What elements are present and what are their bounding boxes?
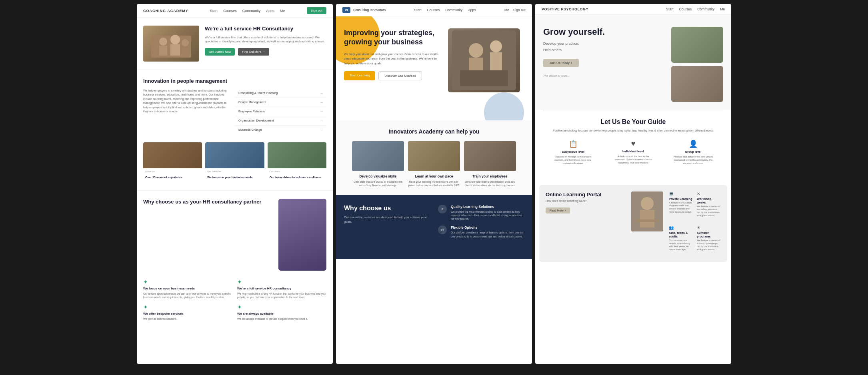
help-card-pace-image xyxy=(408,141,460,171)
logo-icon: CI xyxy=(342,7,350,13)
logo-consulting: CI Consulting Innovators xyxy=(342,7,386,13)
portal-options: 💻 Private Learning A complete education … xyxy=(669,191,721,255)
p3-nav-start[interactable]: Start xyxy=(666,7,674,11)
nav-actions-panel2: Me Sign out xyxy=(504,8,526,12)
p2-hero-buttons: Start Learning Discover Our Courses xyxy=(344,71,440,80)
portal-read-more-button[interactable]: Read More > xyxy=(546,207,570,213)
get-started-button[interactable]: Get Started Now xyxy=(205,48,235,56)
option-workshop: ✕ Workshop weeks We feature a series of … xyxy=(697,191,721,217)
option-kids-title: Kids, teens & adults xyxy=(669,231,693,238)
p2-nav-start[interactable]: Start xyxy=(414,8,422,12)
p2-why-header: Why choose us Our consulting services ar… xyxy=(344,205,524,243)
why-item-quality-text: Quality Learning Solutions We provide th… xyxy=(451,205,524,221)
p2-why-section: Why choose us Our consulting services ar… xyxy=(336,195,532,259)
nav-community[interactable]: Community xyxy=(242,9,261,13)
help-card-train-title: Train your employees xyxy=(464,174,516,178)
why-item-flexible-number: 22 xyxy=(438,225,447,234)
card-about[interactable]: About us Over 15 years of experience xyxy=(143,142,202,182)
why-item-quality-desc: We provide the most relevant and up-to-d… xyxy=(451,210,524,221)
svg-rect-16 xyxy=(635,219,659,222)
why-title: Why choose us as your HR consultancy par… xyxy=(143,199,273,205)
hero-image-1 xyxy=(671,27,723,63)
card-team-label: Our Team xyxy=(270,170,324,173)
service-item-people[interactable]: People Management → xyxy=(235,98,326,107)
innovation-section: Innovation in people management We help … xyxy=(137,70,333,142)
help-card-skills-image xyxy=(352,141,404,171)
reason-focus-icon: ✦ xyxy=(143,279,232,285)
nav-links-panel3: Start Courses Community Me xyxy=(666,7,725,11)
nav-start[interactable]: Start xyxy=(210,9,218,13)
hero-content: We're a full service HR Consultancy We'r… xyxy=(205,26,326,56)
logo-text: Consulting Innovators xyxy=(353,8,386,12)
reasons-grid: ✦ We focus on your business needs Our un… xyxy=(137,279,333,329)
option-private-desc: A complete education program starts with… xyxy=(669,201,693,214)
why-image xyxy=(278,199,326,271)
p3-guide-desc: Positive psychology focuses on how to he… xyxy=(543,129,723,133)
svg-point-1 xyxy=(159,38,167,46)
card-services-title: We focus on your business needs xyxy=(207,176,252,179)
help-card-train: Train your employees Enhance your team's… xyxy=(464,141,516,187)
find-out-more-button[interactable]: Find Out More → xyxy=(238,48,269,56)
help-card-skills: Develop valuable skills Gain skills that… xyxy=(352,141,404,187)
card-team[interactable]: Our Team Our team strives to achieve exc… xyxy=(268,142,326,182)
hero-image xyxy=(143,26,199,62)
service-item-resourcing[interactable]: Resourcing & Talent Planning → xyxy=(235,89,326,98)
p2-why-desc: Our consulting services are designed to … xyxy=(344,215,430,224)
reason-fullservice-title: We're a full-service HR consultancy xyxy=(237,287,326,290)
p2-me-link[interactable]: Me xyxy=(504,8,509,12)
svg-rect-4 xyxy=(170,44,180,56)
sign-out-button[interactable]: Sign out xyxy=(307,7,326,14)
arrow-icon: → xyxy=(320,110,323,114)
card-services-image xyxy=(205,142,264,168)
arrow-icon: → xyxy=(320,100,323,104)
why-item-quality: 8 Quality Learning Solutions We provide … xyxy=(438,205,524,221)
subjective-icon: 📋 xyxy=(553,140,593,148)
level-group: 👤 Group level Produce and achieve the ci… xyxy=(673,140,713,172)
p2-signout-link[interactable]: Sign out xyxy=(513,8,526,12)
why-item-flexible-desc: Our platform provides a range of learnin… xyxy=(451,231,524,238)
svg-rect-6 xyxy=(182,46,189,56)
p3-nav-courses[interactable]: Courses xyxy=(679,7,692,11)
portal-text: Online Learning Portal How does online c… xyxy=(546,191,626,214)
reason-bespoke: ✦ We offer bespoke services We provide t… xyxy=(143,304,232,321)
start-learning-button[interactable]: Start Learning xyxy=(344,71,375,80)
portal-title: Online Learning Portal xyxy=(546,191,626,197)
card-services-text: Our Services We focus on your business n… xyxy=(205,168,264,182)
p2-hero-image xyxy=(448,28,520,92)
p2-nav-apps[interactable]: Apps xyxy=(468,8,476,12)
p2-help-title: Innovators Academy can help you xyxy=(344,128,524,135)
nav-panel3: POSITIVE PSYCHOLOGY Start Courses Commun… xyxy=(535,4,731,15)
nav-apps[interactable]: Apps xyxy=(266,9,274,13)
level-subjective: 📋 Subjective level Focuses on feelings i… xyxy=(553,140,593,172)
p3-nav-community[interactable]: Community xyxy=(697,7,714,11)
nav-me[interactable]: Me xyxy=(280,9,285,13)
card-about-label: About us xyxy=(145,170,200,173)
help-card-skills-desc: Gain skills that are crucial in industri… xyxy=(352,180,404,187)
nav-links-panel2: Start Courses Community Apps xyxy=(414,8,476,12)
svg-point-8 xyxy=(469,43,483,58)
nav-courses[interactable]: Courses xyxy=(223,9,237,13)
p3-nav-me[interactable]: Me xyxy=(720,7,725,11)
option-kids: 👥 Kids, teens & adults Our services can … xyxy=(669,225,693,251)
card-services[interactable]: Our Services We focus on your business n… xyxy=(205,142,264,182)
join-today-button[interactable]: Join Us Today > xyxy=(543,59,579,67)
arrow-icon: → xyxy=(320,119,323,123)
summer-icon: ☀ xyxy=(697,225,721,230)
help-card-pace-desc: Make your learning more effective with s… xyxy=(408,180,460,187)
level-subjective-desc: Focuses on feelings in the present momen… xyxy=(553,155,593,165)
service-item-org[interactable]: Organisation Development → xyxy=(235,116,326,126)
level-individual: ♥ Individual level A dedication of the b… xyxy=(613,140,653,172)
p3-hero-subtitle1: Develop your practice. xyxy=(543,41,623,47)
reason-bespoke-icon: ✦ xyxy=(143,304,232,310)
p2-nav-courses[interactable]: Courses xyxy=(427,8,440,12)
p3-hero-title: Grow yourself. xyxy=(543,27,665,37)
service-item-business[interactable]: Business Change → xyxy=(235,126,326,134)
innovation-description: We help employers in a variety of indust… xyxy=(143,89,231,134)
private-learning-icon: 💻 xyxy=(669,191,693,196)
hero-section: We're a full service HR Consultancy We'r… xyxy=(137,18,333,70)
arrow-icon: → xyxy=(320,128,323,132)
discover-courses-button[interactable]: Discover Our Courses xyxy=(378,71,422,80)
service-item-employee[interactable]: Employee Relations → xyxy=(235,107,326,116)
reason-available-desc: We are always available to provide suppo… xyxy=(237,317,326,321)
p2-nav-community[interactable]: Community xyxy=(445,8,462,12)
